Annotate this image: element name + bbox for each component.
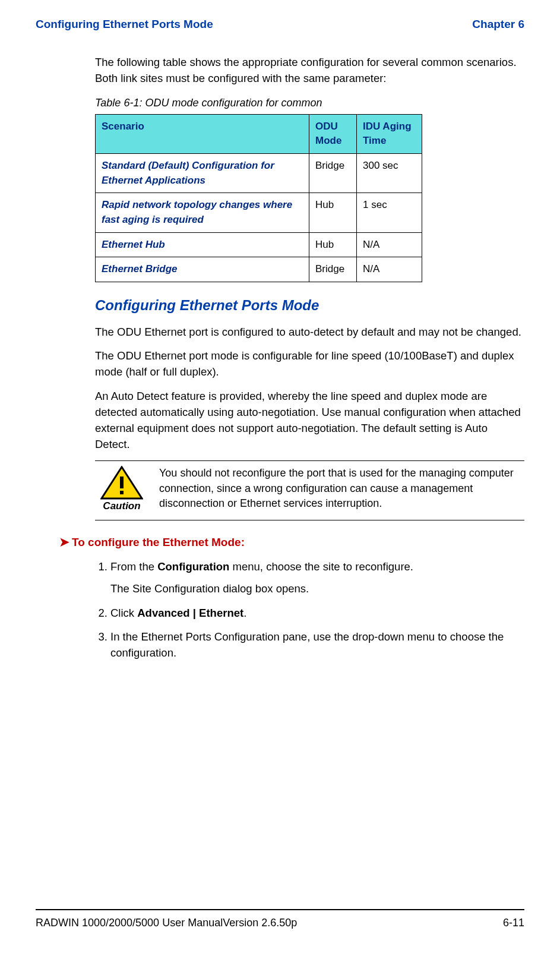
cell-scenario: Rapid network topology changes where fas…: [96, 193, 309, 232]
cell-scenario: Ethernet Hub: [96, 232, 309, 257]
cell-scenario: Standard (Default) Configuration for Eth…: [96, 154, 309, 193]
footer-left: RADWIN 1000/2000/5000 User ManualVersion…: [36, 917, 297, 929]
warning-triangle-icon: [100, 466, 143, 500]
cell-aging: 1 sec: [357, 193, 422, 232]
paragraph: The ODU Ethernet port is configured to a…: [95, 324, 524, 340]
table-row: Rapid network topology changes where fas…: [96, 193, 422, 232]
section-title: Configuring Ethernet Ports Mode: [95, 295, 524, 316]
step-text: .: [243, 607, 246, 619]
svg-rect-2: [120, 491, 124, 494]
document-footer: RADWIN 1000/2000/5000 User ManualVersion…: [36, 917, 524, 929]
col-scenario: Scenario: [96, 114, 309, 153]
caution-icon-wrap: Caution: [95, 466, 148, 514]
step-text: menu, choose the site to reconfigure.: [229, 560, 413, 573]
cell-aging: 300 sec: [357, 154, 422, 193]
step-result: The Site Configuration dialog box opens.: [110, 581, 524, 597]
table-row: Ethernet Bridge Bridge N/A: [96, 257, 422, 282]
odu-mode-table: Scenario ODU Mode IDU Aging Time Standar…: [95, 114, 422, 282]
col-idu-aging: IDU Aging Time: [357, 114, 422, 153]
cell-mode: Bridge: [309, 257, 357, 282]
col-odu-mode: ODU Mode: [309, 114, 357, 153]
cell-mode: Hub: [309, 232, 357, 257]
table-row: Ethernet Hub Hub N/A: [96, 232, 422, 257]
header-section-title: Configuring Ethernet Ports Mode: [36, 18, 213, 31]
header-chapter: Chapter 6: [472, 18, 524, 31]
step-2: Click Advanced | Ethernet.: [110, 605, 524, 621]
paragraph: An Auto Detect feature is provided, wher…: [95, 389, 524, 452]
footer-page-number: 6-11: [503, 917, 524, 929]
step-text: Click: [110, 607, 137, 619]
cell-mode: Bridge: [309, 154, 357, 193]
caution-label: Caution: [95, 499, 148, 514]
task-title: To configure the Ethernet Mode:: [72, 536, 245, 548]
task-heading: ➤To configure the Ethernet Mode:: [59, 534, 524, 551]
footer-divider: [36, 909, 524, 910]
svg-rect-1: [120, 476, 124, 488]
step-bold: Configuration: [157, 560, 229, 573]
chevron-right-icon: ➤: [59, 535, 69, 548]
caution-block: Caution You should not reconfigure the p…: [95, 460, 524, 520]
step-3: In the Ethernet Ports Configuration pane…: [110, 629, 524, 661]
table-header-row: Scenario ODU Mode IDU Aging Time: [96, 114, 422, 153]
cell-aging: N/A: [357, 257, 422, 282]
document-body: The following table shows the appropriat…: [95, 55, 524, 661]
step-1: From the Configuration menu, choose the …: [110, 559, 524, 597]
document-header: Configuring Ethernet Ports Mode Chapter …: [36, 18, 524, 31]
cell-aging: N/A: [357, 232, 422, 257]
steps-list: From the Configuration menu, choose the …: [110, 559, 524, 661]
cell-scenario: Ethernet Bridge: [96, 257, 309, 282]
step-bold: Advanced | Ethernet: [137, 607, 243, 619]
caution-text: You should not reconfigure the port that…: [159, 466, 524, 511]
step-text: From the: [110, 560, 157, 573]
paragraph: The ODU Ethernet port mode is configurab…: [95, 348, 524, 380]
cell-mode: Hub: [309, 193, 357, 232]
table-row: Standard (Default) Configuration for Eth…: [96, 154, 422, 193]
table-caption: Table 6-1: ODU mode configuration for co…: [95, 95, 524, 111]
intro-paragraph: The following table shows the appropriat…: [95, 55, 524, 87]
